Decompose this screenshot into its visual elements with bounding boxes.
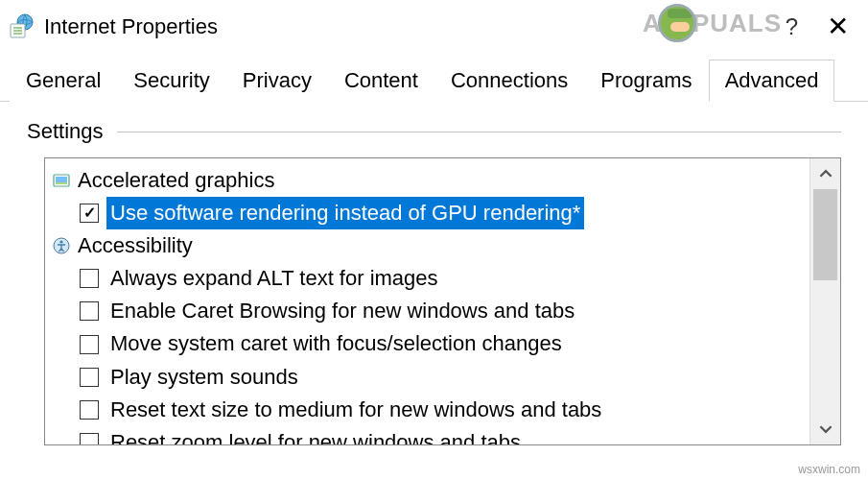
scroll-down-button[interactable]: [810, 414, 840, 444]
item-alt-text[interactable]: Always expand ALT text for images: [47, 262, 808, 295]
svg-rect-7: [56, 182, 67, 184]
tab-privacy[interactable]: Privacy: [226, 60, 328, 102]
window-title: Internet Properties: [44, 14, 218, 39]
tab-security[interactable]: Security: [117, 60, 225, 102]
item-label: Use software rendering instead of GPU re…: [106, 197, 584, 229]
item-label: Enable Caret Browsing for new windows an…: [106, 295, 578, 327]
accessibility-icon: [53, 237, 70, 254]
list-content: Accelerated graphics Use software render…: [45, 158, 809, 444]
group-accessibility[interactable]: Accessibility: [47, 229, 808, 262]
svg-point-9: [59, 241, 62, 244]
scroll-track[interactable]: [810, 189, 840, 414]
tab-strip: General Security Privacy Content Connect…: [0, 59, 868, 102]
item-system-sounds[interactable]: Play system sounds: [47, 361, 808, 394]
section-label: Settings: [27, 119, 104, 144]
titlebar: Internet Properties ? ✕: [0, 0, 868, 53]
group-label: Accessibility: [78, 229, 193, 262]
item-label: Always expand ALT text for images: [106, 262, 442, 295]
window-controls: ? ✕: [786, 11, 860, 42]
group-label: Accelerated graphics: [78, 164, 274, 197]
item-reset-text-size[interactable]: Reset text size to medium for new window…: [47, 394, 808, 426]
checkbox[interactable]: [80, 204, 99, 223]
item-label: Reset text size to medium for new window…: [106, 394, 605, 426]
item-caret-browsing[interactable]: Enable Caret Browsing for new windows an…: [47, 295, 808, 327]
item-label: Reset zoom level for new windows and tab…: [106, 426, 525, 444]
scroll-thumb[interactable]: [813, 189, 837, 280]
close-button[interactable]: ✕: [827, 11, 849, 42]
checkbox[interactable]: [80, 433, 99, 444]
item-reset-zoom[interactable]: Reset zoom level for new windows and tab…: [47, 426, 808, 444]
tab-content[interactable]: Content: [328, 60, 434, 102]
group-accelerated-graphics[interactable]: Accelerated graphics: [47, 164, 808, 197]
graphics-icon: [53, 172, 70, 189]
tab-general[interactable]: General: [10, 60, 117, 102]
divider: [117, 132, 842, 132]
settings-listbox[interactable]: Accelerated graphics Use software render…: [44, 157, 841, 445]
checkbox[interactable]: [80, 368, 99, 387]
tab-connections[interactable]: Connections: [434, 60, 584, 102]
internet-options-icon: [8, 13, 35, 40]
footer-source: wsxwin.com: [798, 463, 860, 476]
tab-body: Settings Accelerated graphics Use softwa…: [0, 102, 868, 445]
tab-advanced[interactable]: Advanced: [709, 60, 835, 102]
item-software-rendering[interactable]: Use software rendering instead of GPU re…: [47, 197, 808, 229]
checkbox[interactable]: [80, 301, 99, 321]
item-system-caret[interactable]: Move system caret with focus/selection c…: [47, 327, 808, 360]
item-label: Move system caret with focus/selection c…: [106, 327, 566, 360]
help-button[interactable]: ?: [786, 13, 798, 40]
item-label: Play system sounds: [106, 361, 302, 394]
section-header: Settings: [27, 119, 841, 144]
scroll-up-button[interactable]: [810, 158, 840, 189]
tab-programs[interactable]: Programs: [584, 60, 708, 102]
checkbox[interactable]: [80, 335, 99, 354]
checkbox[interactable]: [80, 400, 99, 420]
svg-rect-6: [56, 177, 67, 182]
checkbox[interactable]: [80, 269, 99, 288]
scrollbar[interactable]: [809, 158, 840, 444]
